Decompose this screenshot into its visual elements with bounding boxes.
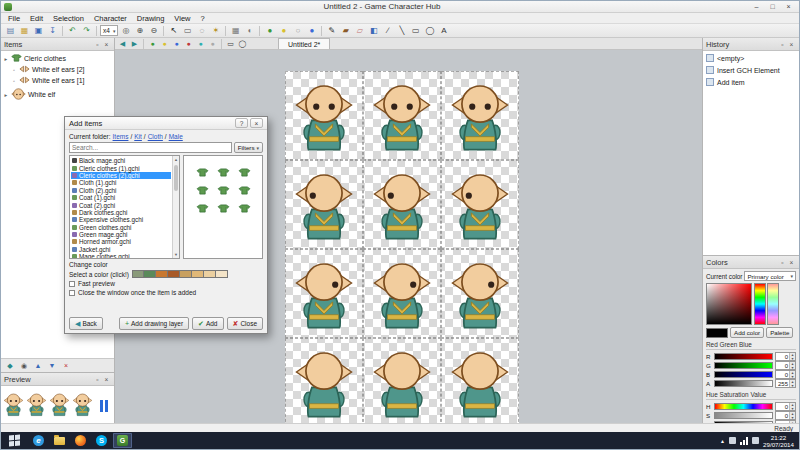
color-swatch[interactable] bbox=[192, 270, 204, 278]
channel-gradient-bar[interactable] bbox=[714, 403, 773, 410]
channel-gradient-bar[interactable] bbox=[714, 353, 773, 360]
file-item[interactable]: Black mage.gchi bbox=[71, 157, 171, 164]
zoom-fit-icon[interactable]: ◎ bbox=[119, 25, 132, 37]
saturation-value-picker[interactable] bbox=[706, 283, 752, 325]
skype-taskbar-icon[interactable]: S bbox=[92, 433, 111, 448]
redo-icon[interactable]: ↷ bbox=[80, 25, 93, 37]
channel-spinner[interactable]: 0▴▾ bbox=[775, 361, 796, 370]
dot-gray-icon[interactable]: ● bbox=[207, 38, 218, 49]
file-item[interactable]: Jacket.gchi bbox=[71, 246, 171, 253]
sprite-cell-right[interactable] bbox=[285, 249, 363, 338]
sprite-cell-left[interactable] bbox=[363, 160, 441, 249]
dot-red-icon[interactable]: ● bbox=[183, 38, 194, 49]
color-green-icon[interactable]: ● bbox=[263, 25, 276, 37]
file-item[interactable]: Expensive clothes.gchi bbox=[71, 216, 171, 223]
color-swatch[interactable] bbox=[180, 270, 192, 278]
file-item[interactable]: Cleric clothes (1).gchi bbox=[71, 164, 171, 171]
spinner-arrows-icon[interactable]: ▴▾ bbox=[789, 412, 795, 419]
history-item[interactable]: <empty> bbox=[704, 52, 798, 64]
color-swatch[interactable] bbox=[204, 270, 216, 278]
open-file-icon[interactable]: ▦ bbox=[18, 25, 31, 37]
palette-button[interactable]: Palette bbox=[766, 327, 793, 338]
spinner-arrows-icon[interactable]: ▴▾ bbox=[789, 380, 795, 387]
dialog-close-action-button[interactable]: ✘ Close bbox=[227, 317, 264, 330]
tree-expander-icon[interactable]: ▸ bbox=[3, 56, 9, 62]
history-item[interactable]: Insert GCH Element bbox=[704, 64, 798, 76]
zoom-level-select[interactable]: x4▾ bbox=[100, 25, 118, 36]
undo-icon[interactable]: ↶ bbox=[66, 25, 79, 37]
save-file-icon[interactable]: ▣ bbox=[32, 25, 45, 37]
file-item[interactable]: Coat (2).gchi bbox=[71, 201, 171, 208]
internet-explorer-taskbar-icon[interactable]: e bbox=[29, 433, 48, 448]
scrollbar-thumb[interactable] bbox=[174, 165, 178, 191]
tree-item[interactable]: ◦White elf ears [1] bbox=[1, 75, 114, 86]
color-swatch[interactable] bbox=[144, 270, 156, 278]
breadcrumb-link[interactable]: Cloth bbox=[148, 133, 163, 140]
zoom-in-icon[interactable]: ⊕ bbox=[133, 25, 146, 37]
bucket-tool-icon[interactable]: ◧ bbox=[367, 25, 380, 37]
hue-strip-light[interactable] bbox=[767, 283, 779, 325]
shape-circle-icon[interactable]: ◯ bbox=[237, 38, 248, 49]
channel-spinner[interactable]: 0▴▾ bbox=[775, 402, 796, 411]
sprite-cell-left[interactable] bbox=[441, 160, 519, 249]
pointer-icon[interactable]: ◆ bbox=[4, 360, 16, 371]
maximize-button[interactable]: □ bbox=[765, 2, 780, 12]
pencil-tool-icon[interactable]: ✎ bbox=[325, 25, 338, 37]
history-item[interactable]: Add item bbox=[704, 76, 798, 88]
eyedropper-tool-icon[interactable]: ∕ bbox=[381, 25, 394, 37]
tree-expander-icon[interactable]: ▸ bbox=[3, 92, 9, 98]
sprite-cell-down[interactable] bbox=[363, 71, 441, 160]
color-mode-select[interactable]: Primary color ▾ bbox=[744, 271, 796, 281]
spinner-arrows-icon[interactable]: ▴▾ bbox=[789, 403, 795, 410]
channel-spinner[interactable]: 255▴▾ bbox=[775, 379, 796, 388]
file-item[interactable]: Mage clothes.gchi bbox=[71, 253, 171, 259]
pointer-tool-icon[interactable]: ↖ bbox=[167, 25, 180, 37]
sprite-cell-right[interactable] bbox=[363, 249, 441, 338]
file-item[interactable]: Green mage.gchi bbox=[71, 231, 171, 238]
dot-green-icon[interactable]: ● bbox=[147, 38, 158, 49]
minimize-button[interactable]: – bbox=[749, 2, 764, 12]
add-drawing-layer-button[interactable]: + Add drawing layer bbox=[119, 317, 189, 330]
channel-gradient-bar[interactable] bbox=[714, 380, 773, 387]
scroll-down-icon[interactable]: ▼ bbox=[173, 251, 179, 258]
file-item[interactable]: Coat (1).gchi bbox=[71, 194, 171, 201]
taskbar-clock[interactable]: 21:22 29/07/2014 bbox=[763, 434, 794, 448]
sprite-cell-left[interactable] bbox=[285, 160, 363, 249]
hue-strip[interactable] bbox=[754, 283, 766, 325]
sprite-cell-down[interactable] bbox=[441, 71, 519, 160]
line-tool-icon[interactable]: ╲ bbox=[395, 25, 408, 37]
menu-view[interactable]: View bbox=[169, 14, 195, 23]
menu-file[interactable]: File bbox=[3, 14, 25, 23]
nav-left-icon[interactable]: ◀ bbox=[117, 38, 128, 49]
spinner-arrows-icon[interactable]: ▴▾ bbox=[789, 371, 795, 378]
shape-rect-icon[interactable]: ▭ bbox=[225, 38, 236, 49]
lasso-tool-icon[interactable]: ◌ bbox=[195, 25, 208, 37]
color-swatch[interactable] bbox=[156, 270, 168, 278]
move-up-icon[interactable]: ▲ bbox=[32, 360, 44, 371]
file-item[interactable]: Cloth (1).gchi bbox=[71, 179, 171, 186]
sprite-cell-up[interactable] bbox=[363, 338, 441, 425]
file-item[interactable]: Horned armor.gchi bbox=[71, 238, 171, 245]
dot-blue-icon[interactable]: ● bbox=[171, 38, 182, 49]
panel-float-icon[interactable]: ▫ bbox=[93, 376, 102, 383]
brush-tool-icon[interactable]: ▰ bbox=[339, 25, 352, 37]
text-tool-icon[interactable]: A bbox=[437, 25, 450, 37]
eraser-tool-icon[interactable]: ▱ bbox=[353, 25, 366, 37]
filters-button[interactable]: Filters ▾ bbox=[234, 142, 263, 153]
document-tab[interactable]: Untitled 2* bbox=[278, 38, 330, 49]
file-item[interactable]: Dark clothes.gchi bbox=[71, 209, 171, 216]
panel-close-icon[interactable]: × bbox=[102, 376, 111, 383]
visibility-icon[interactable]: ◉ bbox=[18, 360, 30, 371]
search-input[interactable] bbox=[72, 144, 229, 151]
sprite-cell-right[interactable] bbox=[441, 249, 519, 338]
magic-wand-tool-icon[interactable]: ✶ bbox=[209, 25, 222, 37]
grid-toggle-icon[interactable]: ▦ bbox=[229, 25, 242, 37]
channel-spinner[interactable]: 0▴▾ bbox=[775, 370, 796, 379]
color-yellow-icon[interactable]: ● bbox=[277, 25, 290, 37]
pause-icon[interactable] bbox=[100, 400, 108, 412]
add-color-button[interactable]: Add color bbox=[730, 327, 764, 338]
tree-expander-icon[interactable]: ◦ bbox=[11, 78, 17, 84]
panel-close-icon[interactable]: × bbox=[787, 41, 796, 48]
tray-app-icon[interactable] bbox=[729, 437, 736, 444]
channel-gradient-bar[interactable] bbox=[714, 371, 773, 378]
